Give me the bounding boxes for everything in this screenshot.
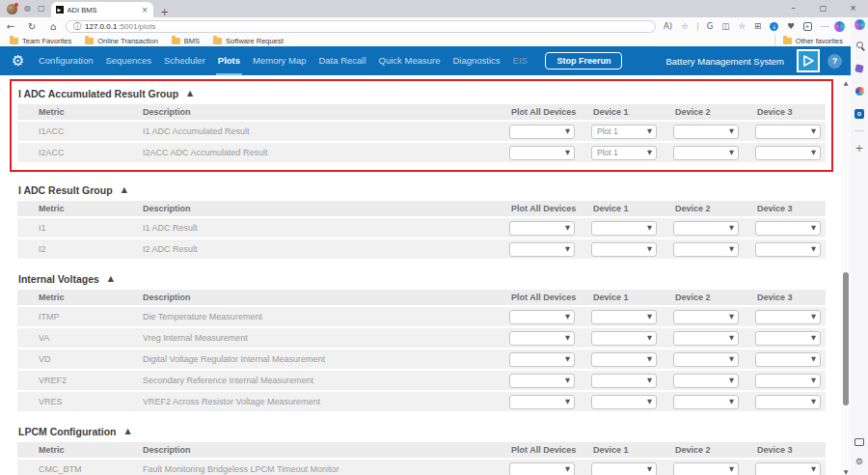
close-window-button[interactable]: ×: [838, 0, 868, 17]
device2-dropdown[interactable]: ▼: [673, 331, 739, 346]
home-icon[interactable]: ⌂: [42, 21, 64, 32]
minimize-window-button[interactable]: –: [778, 0, 808, 17]
collections-icon[interactable]: ⊞: [754, 21, 761, 31]
device3-dropdown[interactable]: ▼: [755, 310, 821, 324]
back-icon[interactable]: ←: [0, 21, 21, 32]
more-menu-icon[interactable]: ⋯: [821, 21, 829, 31]
nav-item-quick-measure[interactable]: Quick Measure: [372, 46, 447, 75]
device1-dropdown[interactable]: Plot 1▼: [591, 125, 657, 139]
device2-dropdown[interactable]: ▼: [673, 395, 739, 409]
settings-gear-icon[interactable]: ⚙: [851, 458, 868, 466]
device3-dropdown[interactable]: ▼: [755, 352, 821, 367]
shopping-tag-icon[interactable]: [851, 65, 868, 72]
outlook-icon[interactable]: o: [851, 109, 868, 119]
feedback-icon[interactable]: [851, 438, 868, 446]
collapse-icon[interactable]: ▲: [124, 428, 130, 435]
page-scrollbar[interactable]: ▲ ▼: [841, 79, 851, 475]
copilot-icon[interactable]: [851, 19, 868, 30]
device2-dropdown[interactable]: ▼: [673, 352, 739, 367]
nav-item-sequences[interactable]: Sequences: [99, 46, 158, 75]
device2-dropdown[interactable]: ▼: [673, 242, 739, 257]
device2-dropdown[interactable]: ▼: [673, 462, 739, 475]
favorites-bar-icon[interactable]: ☆: [738, 21, 746, 31]
plot-all-devices-dropdown[interactable]: ▼: [509, 395, 575, 409]
device1-dropdown[interactable]: ▼: [591, 374, 657, 388]
device2-dropdown[interactable]: ▼: [673, 221, 739, 236]
device1-dropdown[interactable]: ▼: [591, 462, 657, 475]
plot-all-devices-dropdown[interactable]: ▼: [509, 462, 575, 475]
m365-loop-icon[interactable]: [851, 87, 868, 96]
device3-dropdown[interactable]: ▼: [755, 146, 821, 160]
workspaces-icon[interactable]: ◍: [24, 5, 31, 13]
device3-dropdown[interactable]: ▼: [755, 331, 821, 346]
browser-tab[interactable]: ▶ ADI BMS ×: [51, 2, 153, 17]
collapse-icon[interactable]: ▲: [122, 186, 127, 194]
new-item-plus-icon[interactable]: +: [851, 144, 868, 154]
site-info-icon[interactable]: ⓘ: [73, 21, 81, 32]
group-header[interactable]: Internal Voltages▲: [17, 270, 826, 288]
bookmark-bms[interactable]: BMS: [172, 37, 200, 45]
profile-avatar[interactable]: [7, 4, 17, 14]
address-bar[interactable]: ⓘ 127.0.0.1 :5001/plots: [66, 20, 656, 33]
plot-all-devices-dropdown[interactable]: ▼: [509, 374, 575, 388]
vertical-tabs-icon[interactable]: ▢: [38, 5, 45, 13]
nav-item-memory-map[interactable]: Memory Map: [247, 46, 312, 75]
tab-close-icon[interactable]: ×: [142, 6, 149, 14]
split-screen-icon[interactable]: ◫: [721, 21, 729, 31]
plot-all-devices-dropdown[interactable]: ▼: [509, 310, 575, 324]
device3-dropdown[interactable]: ▼: [755, 374, 821, 388]
nav-item-configuration[interactable]: Configuration: [32, 46, 99, 75]
nav-item-plots[interactable]: Plots: [211, 46, 246, 75]
device2-dropdown[interactable]: ▼: [673, 146, 739, 160]
device3-dropdown[interactable]: ▼: [755, 221, 821, 236]
read-aloud-icon[interactable]: A): [664, 21, 672, 31]
bookmark-software-request[interactable]: Software Request: [213, 37, 284, 45]
search-icon[interactable]: [851, 42, 868, 48]
other-favorites[interactable]: Other favorites: [774, 35, 843, 46]
plot-all-devices-dropdown[interactable]: ▼: [509, 352, 575, 367]
browser-essentials-icon[interactable]: ♥: [787, 21, 795, 31]
device1-dropdown[interactable]: ▼: [591, 310, 657, 324]
settings-gear-icon[interactable]: ⚙: [12, 54, 24, 69]
device2-dropdown[interactable]: ▼: [673, 125, 739, 139]
device2-dropdown[interactable]: ▼: [673, 374, 739, 388]
collapse-icon[interactable]: ▲: [108, 275, 114, 283]
device1-dropdown[interactable]: ▼: [591, 242, 657, 257]
ie-mode-icon[interactable]: e: [803, 22, 812, 31]
nav-item-eis[interactable]: EIS: [506, 46, 533, 75]
help-icon[interactable]: ?: [827, 54, 842, 69]
collapse-icon[interactable]: ▲: [187, 90, 193, 98]
device3-dropdown[interactable]: ▼: [755, 462, 821, 475]
refresh-icon[interactable]: ↻: [21, 21, 42, 32]
favorite-star-icon[interactable]: ☆: [681, 21, 689, 31]
plot-all-devices-dropdown[interactable]: ▼: [509, 221, 575, 236]
group-header[interactable]: LPCM Configuration▲: [17, 423, 826, 440]
device2-dropdown[interactable]: ▼: [673, 310, 739, 324]
new-tab-button[interactable]: +: [161, 7, 169, 17]
downloads-icon[interactable]: ↓: [770, 22, 778, 31]
rewards-icon[interactable]: G: [707, 21, 714, 31]
plot-all-devices-dropdown[interactable]: ▼: [509, 146, 575, 160]
plot-all-devices-dropdown[interactable]: ▼: [509, 331, 575, 346]
stop-freerun-button[interactable]: Stop Freerun: [545, 52, 622, 70]
scroll-up-icon[interactable]: ▲: [841, 79, 851, 86]
play-button[interactable]: [797, 49, 820, 72]
scrollbar-thumb[interactable]: [843, 272, 849, 405]
device1-dropdown[interactable]: ▼: [591, 331, 657, 346]
device3-dropdown[interactable]: ▼: [755, 395, 821, 409]
bookmark-team-favorites[interactable]: Team Favorites: [10, 37, 71, 45]
maximize-window-button[interactable]: ▢: [808, 0, 838, 17]
device1-dropdown[interactable]: ▼: [591, 221, 657, 236]
nav-item-scheduler[interactable]: Scheduler: [158, 46, 212, 75]
group-header[interactable]: I ADC Accumulated Result Group▲: [17, 85, 826, 102]
scroll-down-icon[interactable]: ▼: [841, 468, 851, 475]
device1-dropdown[interactable]: ▼: [591, 352, 657, 367]
device3-dropdown[interactable]: ▼: [755, 242, 821, 257]
nav-item-data-recall[interactable]: Data Recall: [312, 46, 372, 75]
plot-all-devices-dropdown[interactable]: ▼: [509, 125, 575, 139]
nav-item-diagnostics[interactable]: Diagnostics: [447, 46, 506, 75]
device1-dropdown[interactable]: ▼: [591, 395, 657, 409]
device1-dropdown[interactable]: Plot 1▼: [591, 146, 657, 160]
copilot-icon[interactable]: [834, 21, 845, 32]
plot-all-devices-dropdown[interactable]: ▼: [509, 242, 575, 257]
